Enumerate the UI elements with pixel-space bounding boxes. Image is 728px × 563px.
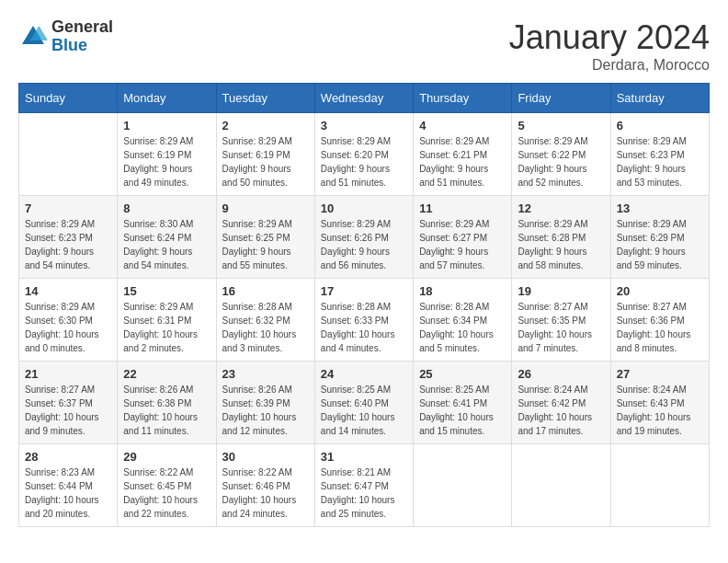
logo-blue-text: Blue xyxy=(51,37,113,55)
calendar-cell: 22Sunrise: 8:26 AM Sunset: 6:38 PM Dayli… xyxy=(118,362,216,444)
calendar-cell xyxy=(19,113,118,196)
calendar-cell: 4Sunrise: 8:29 AM Sunset: 6:21 PM Daylig… xyxy=(414,113,512,196)
calendar-cell: 18Sunrise: 8:28 AM Sunset: 6:34 PM Dayli… xyxy=(414,279,512,362)
day-info: Sunrise: 8:29 AM Sunset: 6:26 PM Dayligh… xyxy=(321,217,407,272)
day-info: Sunrise: 8:21 AM Sunset: 6:47 PM Dayligh… xyxy=(321,465,407,521)
calendar-week-5: 28Sunrise: 8:23 AM Sunset: 6:44 PM Dayli… xyxy=(19,444,710,527)
day-number: 7 xyxy=(25,201,111,215)
calendar-header-row: SundayMondayTuesdayWednesdayThursdayFrid… xyxy=(19,84,710,113)
day-number: 28 xyxy=(25,450,111,464)
day-number: 10 xyxy=(321,201,407,215)
calendar-cell xyxy=(414,444,512,527)
calendar-cell: 26Sunrise: 8:24 AM Sunset: 6:42 PM Dayli… xyxy=(512,362,610,444)
day-info: Sunrise: 8:27 AM Sunset: 6:37 PM Dayligh… xyxy=(25,383,111,438)
calendar-table: SundayMondayTuesdayWednesdayThursdayFrid… xyxy=(18,83,710,527)
logo-general-text: General xyxy=(51,18,113,37)
day-info: Sunrise: 8:24 AM Sunset: 6:42 PM Dayligh… xyxy=(518,383,604,438)
calendar-cell xyxy=(610,444,709,527)
day-info: Sunrise: 8:26 AM Sunset: 6:38 PM Dayligh… xyxy=(123,383,210,438)
day-info: Sunrise: 8:29 AM Sunset: 6:20 PM Dayligh… xyxy=(321,134,407,190)
day-info: Sunrise: 8:29 AM Sunset: 6:23 PM Dayligh… xyxy=(617,134,703,190)
calendar-cell: 24Sunrise: 8:25 AM Sunset: 6:40 PM Dayli… xyxy=(314,362,413,444)
calendar-week-2: 7Sunrise: 8:29 AM Sunset: 6:23 PM Daylig… xyxy=(19,196,710,279)
day-number: 5 xyxy=(518,119,604,132)
day-number: 4 xyxy=(419,119,506,132)
logo-text: General Blue xyxy=(51,18,113,55)
day-info: Sunrise: 8:27 AM Sunset: 6:35 PM Dayligh… xyxy=(518,300,604,355)
day-number: 9 xyxy=(222,201,309,215)
calendar-cell: 29Sunrise: 8:22 AM Sunset: 6:45 PM Dayli… xyxy=(118,444,216,527)
day-info: Sunrise: 8:25 AM Sunset: 6:41 PM Dayligh… xyxy=(419,383,506,438)
calendar-cell: 17Sunrise: 8:28 AM Sunset: 6:33 PM Dayli… xyxy=(314,279,413,362)
calendar-cell: 14Sunrise: 8:29 AM Sunset: 6:30 PM Dayli… xyxy=(19,279,118,362)
logo: General Blue xyxy=(18,18,113,55)
calendar-cell: 25Sunrise: 8:25 AM Sunset: 6:41 PM Dayli… xyxy=(414,362,512,444)
day-info: Sunrise: 8:28 AM Sunset: 6:33 PM Dayligh… xyxy=(321,300,407,355)
day-number: 18 xyxy=(419,284,506,298)
calendar-cell: 9Sunrise: 8:29 AM Sunset: 6:25 PM Daylig… xyxy=(216,196,314,279)
day-info: Sunrise: 8:29 AM Sunset: 6:19 PM Dayligh… xyxy=(123,134,210,190)
column-header-saturday: Saturday xyxy=(610,84,709,113)
day-info: Sunrise: 8:29 AM Sunset: 6:30 PM Dayligh… xyxy=(25,300,111,355)
calendar-cell: 28Sunrise: 8:23 AM Sunset: 6:44 PM Dayli… xyxy=(19,444,118,527)
day-number: 22 xyxy=(123,367,210,381)
calendar-cell: 31Sunrise: 8:21 AM Sunset: 6:47 PM Dayli… xyxy=(314,444,413,527)
calendar-cell: 21Sunrise: 8:27 AM Sunset: 6:37 PM Dayli… xyxy=(19,362,118,444)
calendar-cell: 30Sunrise: 8:22 AM Sunset: 6:46 PM Dayli… xyxy=(216,444,314,527)
day-number: 13 xyxy=(617,201,703,215)
day-info: Sunrise: 8:29 AM Sunset: 6:25 PM Dayligh… xyxy=(222,217,309,272)
day-number: 1 xyxy=(123,119,210,132)
calendar-cell: 7Sunrise: 8:29 AM Sunset: 6:23 PM Daylig… xyxy=(19,196,118,279)
calendar-cell xyxy=(512,444,610,527)
day-number: 25 xyxy=(419,367,506,381)
title-block: January 2024 Derdara, Morocco xyxy=(509,18,710,74)
day-number: 21 xyxy=(25,367,111,381)
day-number: 20 xyxy=(617,284,703,298)
calendar-cell: 3Sunrise: 8:29 AM Sunset: 6:20 PM Daylig… xyxy=(314,113,413,196)
column-header-sunday: Sunday xyxy=(19,84,118,113)
month-year-title: January 2024 xyxy=(509,18,710,57)
calendar-cell: 6Sunrise: 8:29 AM Sunset: 6:23 PM Daylig… xyxy=(610,113,709,196)
day-number: 8 xyxy=(123,201,210,215)
day-info: Sunrise: 8:29 AM Sunset: 6:23 PM Dayligh… xyxy=(25,217,111,272)
calendar-cell: 8Sunrise: 8:30 AM Sunset: 6:24 PM Daylig… xyxy=(118,196,216,279)
day-number: 16 xyxy=(222,284,309,298)
day-info: Sunrise: 8:28 AM Sunset: 6:34 PM Dayligh… xyxy=(419,300,506,355)
column-header-tuesday: Tuesday xyxy=(216,84,314,113)
day-number: 24 xyxy=(321,367,407,381)
column-header-friday: Friday xyxy=(512,84,610,113)
day-info: Sunrise: 8:24 AM Sunset: 6:43 PM Dayligh… xyxy=(617,383,703,438)
calendar-cell: 27Sunrise: 8:24 AM Sunset: 6:43 PM Dayli… xyxy=(610,362,709,444)
day-number: 31 xyxy=(321,450,407,464)
day-number: 30 xyxy=(222,450,309,464)
calendar-cell: 19Sunrise: 8:27 AM Sunset: 6:35 PM Dayli… xyxy=(512,279,610,362)
day-number: 3 xyxy=(321,119,407,132)
calendar-week-4: 21Sunrise: 8:27 AM Sunset: 6:37 PM Dayli… xyxy=(19,362,710,444)
day-number: 23 xyxy=(222,367,309,381)
calendar-cell: 11Sunrise: 8:29 AM Sunset: 6:27 PM Dayli… xyxy=(414,196,512,279)
day-number: 17 xyxy=(321,284,407,298)
day-info: Sunrise: 8:29 AM Sunset: 6:22 PM Dayligh… xyxy=(518,134,604,190)
calendar-cell: 23Sunrise: 8:26 AM Sunset: 6:39 PM Dayli… xyxy=(216,362,314,444)
day-info: Sunrise: 8:22 AM Sunset: 6:46 PM Dayligh… xyxy=(222,465,309,521)
page-header: General Blue January 2024 Derdara, Moroc… xyxy=(18,18,710,74)
day-info: Sunrise: 8:28 AM Sunset: 6:32 PM Dayligh… xyxy=(222,300,309,355)
calendar-cell: 15Sunrise: 8:29 AM Sunset: 6:31 PM Dayli… xyxy=(118,279,216,362)
calendar-cell: 5Sunrise: 8:29 AM Sunset: 6:22 PM Daylig… xyxy=(512,113,610,196)
location-subtitle: Derdara, Morocco xyxy=(509,57,710,74)
day-info: Sunrise: 8:29 AM Sunset: 6:21 PM Dayligh… xyxy=(419,134,506,190)
day-info: Sunrise: 8:25 AM Sunset: 6:40 PM Dayligh… xyxy=(321,383,407,438)
calendar-cell: 10Sunrise: 8:29 AM Sunset: 6:26 PM Dayli… xyxy=(314,196,413,279)
day-info: Sunrise: 8:29 AM Sunset: 6:31 PM Dayligh… xyxy=(123,300,210,355)
calendar-week-3: 14Sunrise: 8:29 AM Sunset: 6:30 PM Dayli… xyxy=(19,279,710,362)
day-info: Sunrise: 8:27 AM Sunset: 6:36 PM Dayligh… xyxy=(617,300,703,355)
calendar-cell: 12Sunrise: 8:29 AM Sunset: 6:28 PM Dayli… xyxy=(512,196,610,279)
column-header-monday: Monday xyxy=(118,84,216,113)
day-number: 26 xyxy=(518,367,604,381)
calendar-cell: 1Sunrise: 8:29 AM Sunset: 6:19 PM Daylig… xyxy=(118,113,216,196)
day-info: Sunrise: 8:29 AM Sunset: 6:27 PM Dayligh… xyxy=(419,217,506,272)
calendar-cell: 16Sunrise: 8:28 AM Sunset: 6:32 PM Dayli… xyxy=(216,279,314,362)
day-number: 15 xyxy=(123,284,210,298)
day-number: 14 xyxy=(25,284,111,298)
day-info: Sunrise: 8:26 AM Sunset: 6:39 PM Dayligh… xyxy=(222,383,309,438)
